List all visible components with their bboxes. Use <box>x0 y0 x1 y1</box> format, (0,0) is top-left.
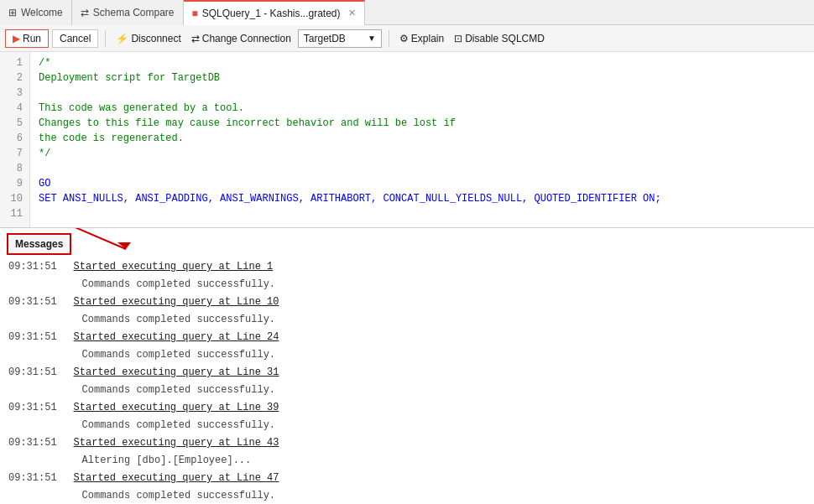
message-time: 09:31:51 <box>0 364 65 382</box>
table-row: Commands completed successfully. <box>0 382 814 399</box>
message-text[interactable]: Started executing query at Line 10 <box>65 294 814 311</box>
run-button[interactable]: ▶ Run <box>5 29 49 48</box>
table-row: Commands completed successfully. <box>0 276 814 294</box>
welcome-icon: ⊞ <box>8 7 17 18</box>
message-text: Commands completed successfully. <box>65 311 814 329</box>
explain-label: Explain <box>411 33 444 44</box>
message-time <box>0 452 65 470</box>
tab-close-icon[interactable]: ✕ <box>348 8 356 18</box>
disable-sqlcmd-label: Disable SQLCMD <box>465 33 545 44</box>
table-row: 09:31:51Started executing query at Line … <box>0 294 814 311</box>
messages-container: Messages 09:31:51Started executing query… <box>0 228 814 504</box>
table-row: Altering [dbo].[Employee]... <box>0 452 814 470</box>
message-time: 09:31:51 <box>0 399 65 417</box>
separator-2 <box>389 30 389 47</box>
message-text[interactable]: Started executing query at Line 24 <box>65 329 814 346</box>
message-text: Commands completed successfully. <box>65 276 814 294</box>
table-row: 09:31:51Started executing query at Line … <box>0 258 814 276</box>
tab-welcome[interactable]: ⊞ Welcome <box>0 0 72 25</box>
table-row: 09:31:51Started executing query at Line … <box>0 364 814 382</box>
schema-compare-icon: ⇄ <box>81 7 89 18</box>
message-text: Commands completed successfully. <box>65 417 814 434</box>
disable-sqlcmd-icon: ⊡ <box>454 33 462 44</box>
disconnect-label: Disconnect <box>131 33 180 44</box>
messages-table: 09:31:51Started executing query at Line … <box>0 258 814 504</box>
tab-sql-query[interactable]: ■ SQLQuery_1 - Kashis...grated) ✕ <box>184 0 365 25</box>
tab-schema-label: Schema Compare <box>93 7 175 18</box>
code-content[interactable]: /*Deployment script for TargetDB This co… <box>30 52 814 227</box>
message-text: Commands completed successfully. <box>65 382 814 399</box>
tab-bar: ⊞ Welcome ⇄ Schema Compare ■ SQLQuery_1 … <box>0 0 814 25</box>
message-time: 09:31:51 <box>0 294 65 311</box>
table-row: 09:31:51Started executing query at Line … <box>0 399 814 417</box>
table-row: Commands completed successfully. <box>0 346 814 364</box>
red-arrow-annotation <box>67 228 143 257</box>
toolbar: ▶ Run Cancel ⚡ Disconnect ⇄ Change Conne… <box>0 25 814 52</box>
connection-dropdown[interactable]: TargetDB ▼ <box>298 29 382 48</box>
message-time <box>0 346 65 364</box>
tab-welcome-label: Welcome <box>21 7 63 18</box>
table-row: Commands completed successfully. <box>0 311 814 329</box>
run-label: Run <box>23 33 41 44</box>
messages-label: Messages <box>15 238 63 250</box>
run-icon: ▶ <box>13 33 20 44</box>
cancel-label: Cancel <box>60 33 91 44</box>
disconnect-icon: ⚡ <box>116 33 128 44</box>
message-text[interactable]: Started executing query at Line 31 <box>65 364 814 382</box>
editor-area: 1234567891011 /*Deployment script for Ta… <box>0 52 814 228</box>
line-numbers: 1234567891011 <box>0 52 30 227</box>
message-text[interactable]: Started executing query at Line 1 <box>65 258 814 276</box>
message-time: 09:31:51 <box>0 434 65 452</box>
tab-query-label: SQLQuery_1 - Kashis...grated) <box>202 8 341 19</box>
separator-1 <box>105 30 106 47</box>
table-row: Commands completed successfully. <box>0 487 814 504</box>
change-connection-label: Change Connection <box>202 33 291 44</box>
table-row: 09:31:51Started executing query at Line … <box>0 470 814 487</box>
connection-value: TargetDB <box>304 33 346 44</box>
messages-header: Messages <box>7 233 71 255</box>
message-time: 09:31:51 <box>0 329 65 346</box>
message-time <box>0 382 65 399</box>
disable-sqlcmd-button[interactable]: ⊡ Disable SQLCMD <box>451 33 548 44</box>
table-row: 09:31:51Started executing query at Line … <box>0 434 814 452</box>
message-text: Altering [dbo].[Employee]... <box>65 452 814 470</box>
tab-schema-compare[interactable]: ⇄ Schema Compare <box>72 0 184 25</box>
messages-panel: Messages 09:31:51Started executing query… <box>0 228 814 504</box>
message-time <box>0 487 65 504</box>
change-connection-icon: ⇄ <box>191 33 200 44</box>
message-time: 09:31:51 <box>0 470 65 487</box>
message-time <box>0 276 65 294</box>
explain-button[interactable]: ⚙ Explain <box>396 33 447 44</box>
change-connection-button[interactable]: ⇄ Change Connection <box>188 33 295 44</box>
message-text: Commands completed successfully. <box>65 487 814 504</box>
message-text[interactable]: Started executing query at Line 39 <box>65 399 814 417</box>
message-text[interactable]: Started executing query at Line 47 <box>65 470 814 487</box>
message-time <box>0 311 65 329</box>
sql-icon: ■ <box>192 8 198 19</box>
explain-icon: ⚙ <box>399 33 409 44</box>
dropdown-arrow-icon: ▼ <box>368 34 376 43</box>
disconnect-button[interactable]: ⚡ Disconnect <box>112 33 184 44</box>
table-row: Commands completed successfully. <box>0 417 814 434</box>
message-text[interactable]: Started executing query at Line 43 <box>65 434 814 452</box>
message-time <box>0 417 65 434</box>
svg-line-0 <box>67 228 126 249</box>
cancel-button[interactable]: Cancel <box>52 29 98 48</box>
message-time: 09:31:51 <box>0 258 65 276</box>
message-text: Commands completed successfully. <box>65 346 814 364</box>
table-row: 09:31:51Started executing query at Line … <box>0 329 814 346</box>
